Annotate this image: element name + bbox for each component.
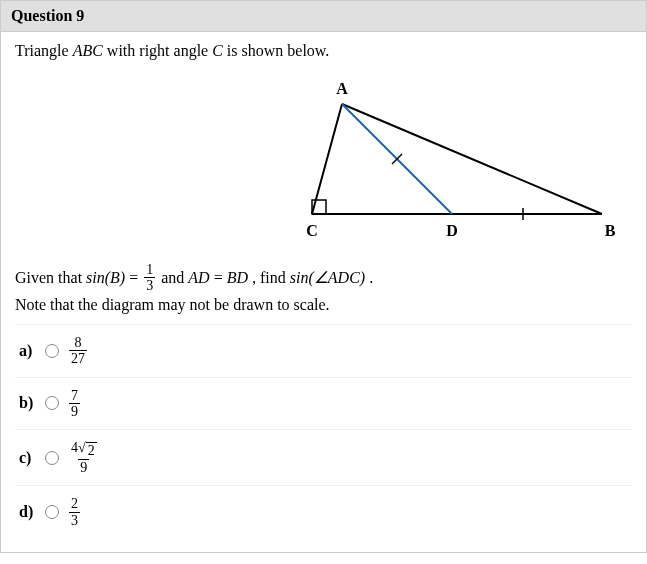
label-a: A	[336, 80, 348, 97]
prompt-seg: Triangle	[15, 42, 73, 59]
prompt-text: Triangle ABC with right angle C is shown…	[15, 42, 632, 60]
triangle-diagram: A C D B	[292, 74, 622, 254]
prompt-seg: is shown below.	[223, 42, 330, 59]
question-header: Question 9	[1, 1, 646, 32]
prompt-triangle-name: ABC	[73, 42, 103, 59]
option-d-radio[interactable]	[45, 505, 59, 519]
frac-den: 3	[144, 277, 155, 293]
option-d: d) 2 3	[15, 486, 632, 538]
option-d-value: 2 3	[69, 496, 80, 528]
segment-bd-label: BD	[227, 269, 248, 287]
given-statement: Given that sin(B) = 1 3 and AD = BD , fi…	[15, 262, 632, 294]
frac-den: 9	[69, 403, 80, 419]
option-b-value: 7 9	[69, 388, 80, 420]
option-a-value: 8 27	[69, 335, 87, 367]
prompt-right-angle-vertex: C	[212, 42, 223, 59]
question-block: Question 9 Triangle ABC with right angle…	[0, 0, 647, 553]
question-title: Question 9	[11, 7, 84, 24]
given-seg: Given that	[15, 269, 82, 287]
frac-den: 27	[69, 350, 87, 366]
given-seg: =	[129, 269, 138, 287]
frac-num: 4√2	[69, 440, 99, 458]
option-letter: b)	[19, 394, 37, 412]
option-a-radio[interactable]	[45, 344, 59, 358]
frac-num: 1	[144, 262, 155, 277]
option-a: a) 8 27	[15, 325, 632, 378]
side-ac	[312, 104, 342, 214]
scale-note: Note that the diagram may not be drawn t…	[15, 296, 632, 314]
prompt-seg: with right angle	[103, 42, 212, 59]
figure-container: A C D B	[15, 64, 632, 258]
angle-adc-text: (∠ADC)	[308, 269, 365, 286]
given-seg: =	[214, 269, 223, 287]
answer-options: a) 8 27 b) 7 9 c) 4	[15, 324, 632, 538]
option-c-radio[interactable]	[45, 451, 59, 465]
option-c-value: 4√2 9	[69, 440, 99, 475]
sqrt-icon: √2	[78, 441, 97, 458]
side-ab	[342, 104, 602, 214]
radicand: 2	[86, 442, 97, 458]
given-seg: and	[161, 269, 184, 287]
option-letter: d)	[19, 503, 37, 521]
frac-num: 7	[69, 388, 80, 403]
frac-num: 8	[73, 335, 84, 350]
fraction-one-third: 1 3	[144, 262, 155, 294]
segment-ad-label: AD	[188, 269, 209, 287]
label-c: C	[306, 222, 318, 239]
option-letter: c)	[19, 449, 37, 467]
frac-den: 3	[69, 512, 80, 528]
label-b: B	[605, 222, 616, 239]
option-b-radio[interactable]	[45, 396, 59, 410]
question-body: Triangle ABC with right angle C is shown…	[1, 32, 646, 552]
option-b: b) 7 9	[15, 378, 632, 431]
sin-b-label: sin(B)	[86, 269, 125, 287]
option-c: c) 4√2 9	[15, 430, 632, 486]
sin-adc-label: sin(∠ADC)	[290, 268, 365, 287]
frac-num: 2	[69, 496, 80, 511]
radical-symbol: √	[78, 441, 86, 455]
given-seg: , find	[252, 269, 286, 287]
coef: 4	[71, 440, 78, 455]
frac-den: 9	[78, 459, 89, 475]
given-seg: .	[369, 269, 373, 287]
option-letter: a)	[19, 342, 37, 360]
label-d: D	[446, 222, 458, 239]
sin-text: sin	[290, 269, 309, 286]
